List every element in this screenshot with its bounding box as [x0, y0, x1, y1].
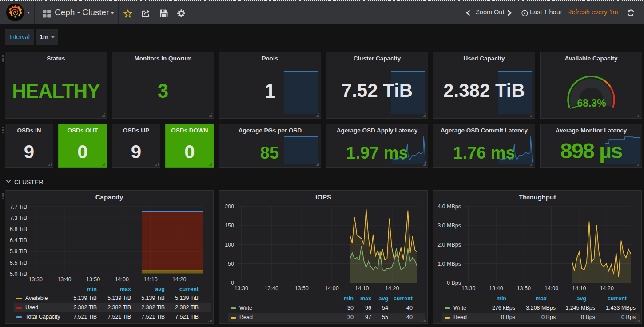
svg-text:5.9 TiB: 5.9 TiB	[10, 248, 27, 255]
svg-text:14:10: 14:10	[355, 285, 369, 291]
svg-text:0 Bps: 0 Bps	[447, 280, 461, 286]
svg-text:14:20: 14:20	[600, 285, 614, 291]
svg-text:13:40: 13:40	[57, 276, 71, 283]
svg-text:13:30: 13:30	[461, 285, 475, 291]
svg-text:2.0 MBps: 2.0 MBps	[437, 242, 461, 248]
svg-text:7.3 TiB: 7.3 TiB	[10, 215, 27, 221]
svg-text:5.0 TiB: 5.0 TiB	[10, 271, 27, 277]
svg-text:14:10: 14:10	[143, 276, 157, 283]
svg-text:13:40: 13:40	[489, 285, 503, 291]
svg-text:1.0 MBps: 1.0 MBps	[437, 261, 461, 267]
svg-text:14:00: 14:00	[545, 285, 558, 291]
svg-text:200: 200	[225, 203, 234, 210]
svg-text:13:30: 13:30	[29, 276, 43, 283]
svg-text:13:50: 13:50	[86, 276, 100, 283]
svg-text:14:10: 14:10	[572, 285, 586, 291]
svg-text:13:30: 13:30	[235, 285, 248, 291]
svg-text:6.8 TiB: 6.8 TiB	[10, 226, 27, 232]
svg-text:3.0 MBps: 3.0 MBps	[437, 223, 461, 229]
svg-text:6.4 TiB: 6.4 TiB	[10, 237, 27, 243]
svg-text:4.0 MBps: 4.0 MBps	[437, 203, 461, 210]
svg-text:14:00: 14:00	[115, 276, 129, 283]
svg-text:13:40: 13:40	[265, 285, 278, 291]
svg-text:13:50: 13:50	[294, 285, 308, 291]
svg-text:13:50: 13:50	[517, 285, 531, 291]
svg-text:14:20: 14:20	[385, 285, 399, 291]
svg-text:14:00: 14:00	[325, 285, 338, 291]
svg-text:150: 150	[225, 223, 234, 229]
svg-text:7.7 TiB: 7.7 TiB	[10, 204, 27, 210]
svg-text:14:20: 14:20	[172, 276, 186, 283]
svg-text:5.5 TiB: 5.5 TiB	[10, 260, 27, 266]
svg-text:50: 50	[228, 261, 234, 267]
svg-text:0: 0	[231, 280, 234, 286]
svg-text:100: 100	[225, 242, 234, 248]
svg-text:68.3%: 68.3%	[577, 97, 606, 109]
